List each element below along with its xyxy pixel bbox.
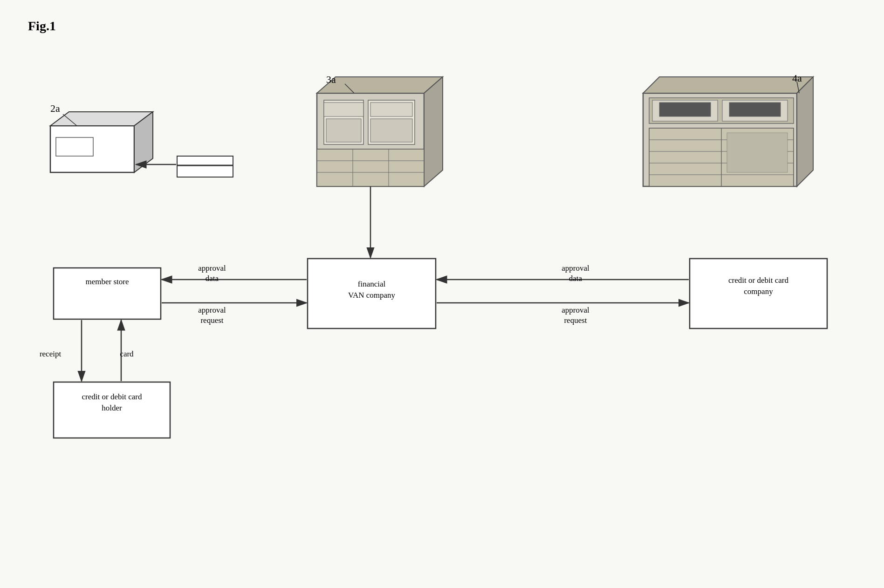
svg-rect-16: [368, 100, 415, 144]
financial-van-label: financialVAN company: [308, 279, 436, 301]
approval-request-left-label: approvalrequest: [182, 305, 242, 326]
svg-marker-6: [134, 112, 153, 172]
card-label: card: [113, 349, 141, 359]
card-company-label: credit or debit cardcompany: [690, 275, 827, 297]
svg-marker-12: [424, 77, 443, 186]
svg-rect-7: [56, 137, 93, 156]
svg-rect-13: [324, 100, 363, 144]
svg-marker-5: [50, 112, 153, 126]
ref-4a: 4a: [792, 72, 802, 84]
svg-rect-32: [649, 128, 794, 186]
svg-rect-28: [652, 100, 718, 121]
svg-rect-31: [729, 103, 781, 116]
svg-marker-26: [797, 77, 813, 186]
approval-data-left-label: approvaldata: [182, 263, 242, 284]
svg-rect-15: [326, 119, 361, 142]
svg-rect-8: [177, 156, 233, 177]
member-store-label: member store: [54, 277, 161, 287]
page: Fig.1: [0, 0, 884, 588]
svg-line-52: [345, 84, 354, 93]
svg-rect-4: [50, 126, 134, 172]
svg-rect-30: [659, 103, 711, 116]
ref-3a: 3a: [326, 74, 336, 86]
svg-rect-18: [370, 119, 412, 142]
receipt-label: receipt: [32, 349, 69, 359]
svg-rect-17: [370, 103, 412, 116]
svg-rect-10: [317, 93, 424, 186]
svg-rect-24: [643, 93, 797, 186]
svg-rect-29: [722, 100, 788, 121]
figure-label: Fig.1: [28, 19, 56, 34]
svg-rect-19: [317, 149, 424, 186]
svg-rect-27: [649, 98, 794, 123]
card-holder-label: credit or debit cardholder: [54, 391, 170, 414]
svg-rect-38: [727, 133, 788, 172]
approval-data-right-label: approvaldata: [545, 263, 606, 284]
svg-line-51: [63, 114, 77, 126]
svg-rect-14: [324, 103, 363, 116]
svg-marker-25: [643, 77, 813, 93]
ref-2a: 2a: [50, 103, 60, 115]
approval-request-right-label: approvalrequest: [545, 305, 606, 326]
svg-rect-39: [54, 268, 161, 319]
